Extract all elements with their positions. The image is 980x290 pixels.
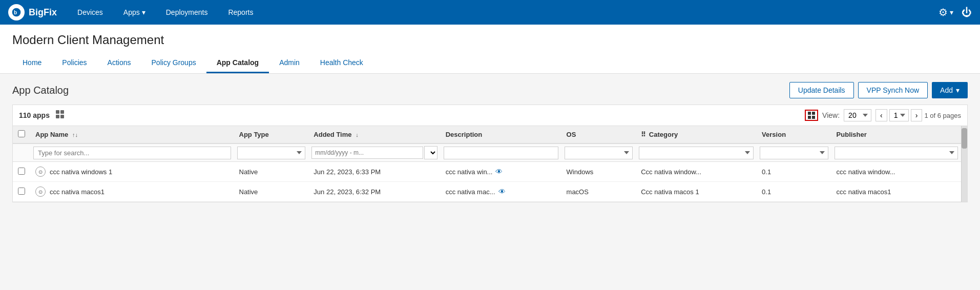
table-toolbar: 110 apps — [13, 105, 967, 126]
update-details-button[interactable]: Update Details — [789, 82, 854, 98]
row-0-apptype: Native — [234, 162, 309, 182]
col-header-added: Added Time ↓ — [308, 126, 440, 143]
row-0-desc-cell: ccc nativa win... 👁 — [446, 168, 556, 176]
add-button[interactable]: Add ▾ — [932, 82, 968, 98]
grid-view-button[interactable] — [805, 110, 818, 121]
added-sort-icon[interactable]: ↓ — [356, 132, 359, 138]
nav-deployments[interactable]: Deployments — [158, 0, 216, 25]
scrollbar-thumb[interactable] — [962, 128, 967, 149]
row-0-desc-eye-icon[interactable]: 👁 — [495, 168, 503, 176]
select-all-checkbox[interactable] — [18, 130, 25, 137]
settings-icon: ⚙ — [939, 6, 948, 18]
app-name-cell-1: ⊙ ccc nativa macos1 — [35, 187, 229, 197]
table-row: ⊙ ccc nativa macos1 Native Jun 22, 2023,… — [13, 182, 961, 202]
subnav-admin[interactable]: Admin — [269, 53, 310, 73]
main-content: App Catalog Update Details VPP Synch Now… — [0, 74, 980, 290]
catalog-header: App Catalog Update Details VPP Synch Now… — [12, 82, 968, 98]
svg-rect-9 — [812, 116, 815, 119]
row-1-publisher: ccc nativa macos1 — [831, 182, 961, 202]
logo-circle: b — [8, 4, 25, 20]
date-filter-type-select[interactable] — [424, 146, 437, 159]
col-header-version: Version — [757, 126, 831, 143]
filter-icon[interactable] — [56, 110, 65, 120]
col-header-desc: Description — [441, 126, 561, 143]
vertical-scrollbar[interactable] — [961, 126, 967, 202]
appname-filter-input[interactable] — [33, 147, 231, 159]
sub-navigation: Home Policies Actions Policy Groups App … — [12, 53, 968, 73]
appname-sort-icon[interactable]: ↑↓ — [72, 132, 78, 138]
svg-rect-5 — [60, 115, 64, 118]
category-grid-icon: ⠿ — [641, 131, 646, 138]
nav-reports[interactable]: Reports — [220, 0, 261, 25]
nav-apps[interactable]: Apps ▾ — [115, 0, 154, 25]
svg-rect-3 — [60, 110, 64, 114]
select-all-header — [13, 126, 30, 143]
svg-text:b: b — [14, 10, 17, 15]
settings-button[interactable]: ⚙ ▾ — [939, 6, 953, 18]
row-1-apptype: Native — [234, 182, 309, 202]
version-filter-select[interactable] — [760, 147, 828, 159]
prev-page-button[interactable]: ‹ — [875, 109, 887, 121]
row-1-os: macOS — [561, 182, 636, 202]
power-button[interactable]: ⏻ — [962, 7, 972, 18]
catalog-title: App Catalog — [12, 85, 69, 96]
row-0-os: Windows — [561, 162, 636, 182]
pagination: ‹ 1 2 3 4 5 6 › 1 of 6 pages — [875, 109, 961, 121]
power-icon: ⏻ — [962, 7, 972, 18]
os-filter-select[interactable]: Windows macOS iOS Android — [565, 147, 633, 159]
svg-rect-8 — [808, 116, 811, 119]
app-catalog-table-container: 110 apps — [12, 105, 968, 202]
category-filter-select[interactable] — [639, 147, 754, 159]
svg-rect-2 — [56, 110, 59, 114]
svg-rect-7 — [812, 112, 815, 115]
app-count: 110 apps — [19, 111, 50, 119]
row-0-added: Jun 22, 2023, 6:33 PM — [308, 162, 440, 182]
nav-devices[interactable]: Devices — [69, 0, 111, 25]
subnav-home[interactable]: Home — [12, 53, 52, 73]
subnav-policy-groups[interactable]: Policy Groups — [141, 53, 206, 73]
table-wrapper: App Name ↑↓ App Type Added Time ↓ — [13, 126, 967, 202]
table-scroll-area: App Name ↑↓ App Type Added Time ↓ — [13, 126, 961, 202]
brand-name: BigFix — [29, 7, 57, 18]
col-header-category: ⠿ Category — [636, 126, 757, 143]
desc-filter-input[interactable] — [444, 147, 558, 159]
svg-rect-6 — [808, 112, 811, 115]
vpp-sync-button[interactable]: VPP Synch Now — [858, 82, 928, 98]
row-1-version: 0.1 — [757, 182, 831, 202]
subnav-actions[interactable]: Actions — [97, 53, 141, 73]
next-page-button[interactable]: › — [911, 109, 923, 121]
row-0-checkbox[interactable] — [18, 168, 25, 175]
col-header-os: OS — [561, 126, 636, 143]
col-header-apptype: App Type — [234, 126, 309, 143]
row-0-version: 0.1 — [757, 162, 831, 182]
date-filter-group — [311, 146, 437, 159]
page-header: Modern Client Management Home Policies A… — [0, 25, 980, 74]
row-0-publisher: ccc nativa window... — [831, 162, 961, 182]
toolbar-right: View: 20 50 100 ‹ 1 2 3 4 5 6 — [805, 109, 961, 121]
col-header-publisher: Publisher — [831, 126, 961, 143]
subnav-health-check[interactable]: Health Check — [310, 53, 373, 73]
svg-rect-4 — [56, 115, 59, 118]
catalog-actions: Update Details VPP Synch Now Add ▾ — [789, 82, 968, 98]
col-header-appname: App Name ↑↓ — [30, 126, 234, 143]
publisher-filter-select[interactable] — [835, 147, 958, 159]
apptype-filter-select[interactable]: Native Web — [237, 147, 306, 159]
row-1-desc-eye-icon[interactable]: 👁 — [498, 188, 506, 196]
subnav-policies[interactable]: Policies — [52, 53, 97, 73]
row-1-checkbox[interactable] — [18, 188, 25, 195]
page-info: 1 of 6 pages — [924, 112, 961, 119]
date-filter-input[interactable] — [311, 147, 423, 159]
table-row: ⊙ ccc nativa windows 1 Native Jun 22, 20… — [13, 162, 961, 182]
subnav-app-catalog[interactable]: App Catalog — [206, 53, 269, 73]
page-number-select[interactable]: 1 2 3 4 5 6 — [889, 109, 909, 121]
nav-right-actions: ⚙ ▾ ⏻ — [939, 6, 972, 18]
row-1-added: Jun 22, 2023, 6:32 PM — [308, 182, 440, 202]
filter-row: Native Web — [13, 143, 961, 162]
view-size-select[interactable]: 20 50 100 — [844, 109, 871, 121]
app-catalog-table: App Name ↑↓ App Type Added Time ↓ — [13, 126, 961, 202]
row-1-category: Ccc nativa macos 1 — [636, 182, 757, 202]
row-0-category: Ccc nativa window... — [636, 162, 757, 182]
brand-logo[interactable]: b BigFix — [8, 4, 57, 20]
add-dropdown-icon: ▾ — [956, 86, 960, 94]
page-title: Modern Client Management — [12, 33, 968, 47]
